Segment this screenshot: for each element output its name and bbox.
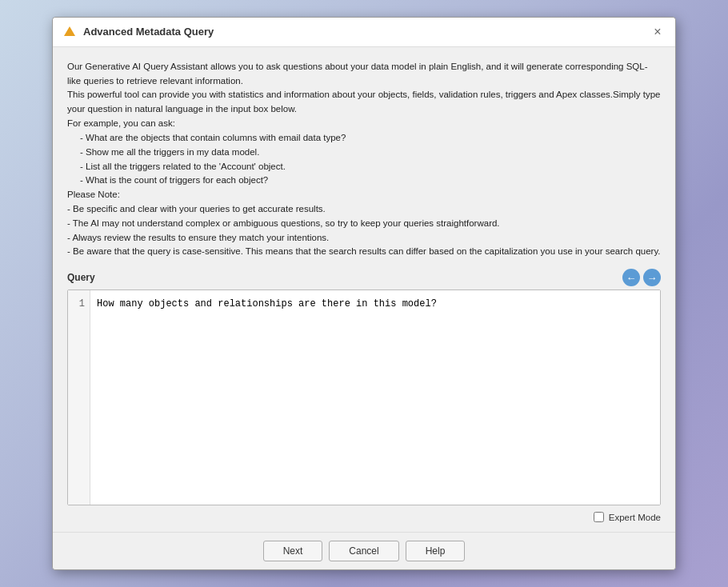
desc-line3: For example, you can ask:	[67, 118, 175, 128]
desc-note1: - Be specific and clear with your querie…	[67, 204, 326, 214]
description-block: Our Generative AI Query Assistant allows…	[67, 60, 661, 259]
nav-arrows: ← →	[622, 269, 661, 286]
cancel-button[interactable]: Cancel	[329, 541, 398, 561]
expert-mode-label[interactable]: Expert Mode	[609, 513, 661, 522]
dialog-title: Advanced Metadata Query	[83, 26, 643, 38]
desc-example2: - Show me all the triggers in my data mo…	[67, 146, 661, 160]
desc-example1: - What are the objects that contain colu…	[67, 131, 661, 146]
expert-mode-checkbox[interactable]	[594, 512, 604, 522]
expert-mode-row: Expert Mode	[67, 512, 661, 522]
query-label-row: Query ← →	[67, 269, 661, 286]
help-button[interactable]: Help	[406, 541, 466, 561]
dialog-window: Advanced Metadata Query × Our Generative…	[52, 17, 676, 570]
dialog-body: Our Generative AI Query Assistant allows…	[53, 47, 675, 532]
close-button[interactable]: ×	[650, 24, 666, 40]
desc-note3: - Always review the results to ensure th…	[67, 233, 329, 242]
query-label: Query	[67, 272, 95, 283]
dialog-footer: Next Cancel Help	[53, 532, 675, 569]
next-button[interactable]: Next	[263, 541, 323, 561]
query-input[interactable]: How many objects and relationships are t…	[90, 290, 660, 505]
line-number-1: 1	[79, 298, 85, 309]
query-section: Query ← → 1 How many objects and relatio…	[67, 269, 661, 522]
desc-line2: This powerful tool can provide you with …	[67, 90, 660, 114]
query-editor-container: 1 How many objects and relationships are…	[67, 290, 661, 505]
desc-note4: - Be aware that the query is case-sensit…	[67, 246, 661, 256]
desc-line1: Our Generative AI Query Assistant allows…	[67, 62, 648, 86]
desc-example4: - What is the count of triggers for each…	[67, 174, 661, 188]
desc-example3: - List all the triggers related to the '…	[67, 160, 661, 174]
forward-arrow-button[interactable]: →	[643, 269, 661, 286]
desc-note2: - The AI may not understand complex or a…	[67, 218, 500, 228]
svg-marker-0	[64, 26, 75, 36]
desc-note-label: Please Note:	[67, 190, 120, 199]
back-arrow-button[interactable]: ←	[622, 269, 640, 286]
dialog-titlebar: Advanced Metadata Query ×	[53, 18, 675, 47]
salesforce-logo-icon	[62, 25, 77, 39]
line-numbers: 1	[68, 290, 90, 505]
